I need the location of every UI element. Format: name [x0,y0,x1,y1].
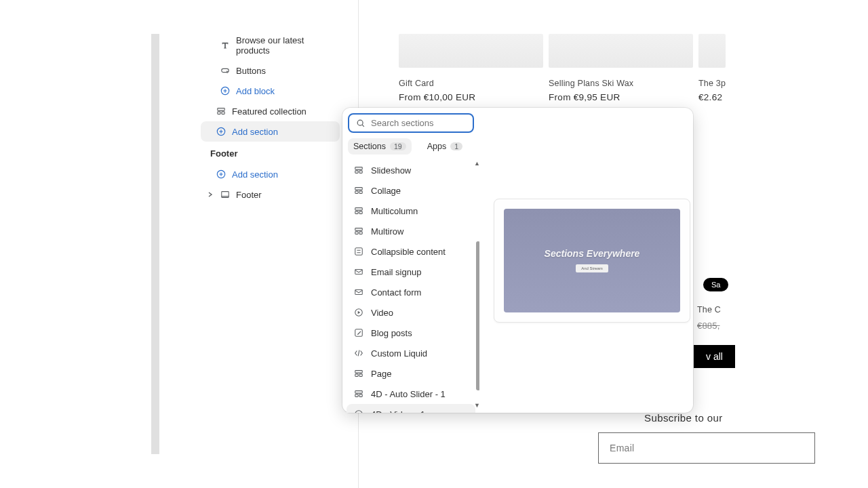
svg-rect-8 [222,196,229,198]
svg-rect-10 [355,167,363,170]
section-item[interactable]: Collage [347,180,475,201]
layout-icon [353,185,364,196]
product-image [399,34,543,68]
section-item[interactable]: Multicolumn [347,201,475,221]
product-image [698,34,726,68]
svg-rect-2 [218,108,225,111]
preview-card: Sections Everywhere And Stream [494,199,690,323]
section-item[interactable]: Page [347,363,475,384]
product-title: Gift Card [399,79,543,88]
editor-gutter [151,34,159,454]
svg-rect-29 [359,374,362,377]
preview-button: And Stream [576,264,608,272]
subscribe-heading: Subscribe to our [644,412,723,424]
svg-rect-19 [355,228,363,231]
sidebar-item-browse[interactable]: Browse our latest products [201,30,340,60]
plus-circle-icon [220,85,231,96]
sidebar-label: Add block [236,86,275,96]
svg-rect-28 [355,374,358,377]
play-icon [353,307,364,318]
sidebar-add-section[interactable]: Add section [201,121,340,142]
text-icon [220,40,231,51]
layout-icon [353,205,364,216]
section-item[interactable]: Blog posts [347,323,475,343]
svg-rect-23 [355,270,363,274]
section-item-label: Collage [371,186,401,196]
section-item[interactable]: Video [347,302,475,323]
svg-rect-11 [355,171,358,174]
section-item-label: Page [371,369,391,379]
preview-thumbnail: Sections Everywhere And Stream [504,209,680,312]
layout-icon [353,226,364,237]
sidebar-item-buttons[interactable]: Buttons [201,60,340,81]
svg-rect-20 [355,232,358,235]
section-item[interactable]: Multirow [347,221,475,241]
tab-count: 19 [390,142,406,150]
section-item-label: 4D - Video - 1 [371,409,425,413]
section-item[interactable]: Email signup [347,262,475,282]
mail-icon [353,287,364,298]
scrollbar-thumb[interactable] [476,241,479,390]
tab-apps[interactable]: Apps 1 [416,138,474,155]
svg-rect-13 [355,188,363,190]
svg-rect-21 [359,232,362,235]
product-card[interactable]: Gift Card From €10,00 EUR [399,34,543,102]
section-item[interactable]: 4D - Video - 1 [347,404,475,413]
svg-rect-4 [222,112,224,115]
section-item-label: Slideshow [371,165,411,176]
add-section-popup: Sections 19 Apps 1 ▲ SlideshowCollageMul… [342,108,693,413]
svg-rect-17 [355,211,358,214]
scroll-down-icon[interactable]: ▼ [474,402,479,409]
section-item[interactable]: Collapsible content [347,241,475,262]
svg-rect-22 [355,248,363,256]
section-item[interactable]: Slideshow [347,160,475,180]
product-price: €2.62 [698,92,726,102]
section-item-label: Contact form [371,287,421,298]
sidebar-item-featured-collection[interactable]: Featured collection [201,101,340,121]
sidebar-label: Browse our latest products [236,35,332,56]
search-input[interactable] [371,118,485,128]
layout-icon [353,388,364,399]
sidebar-footer-heading: Footer [201,142,340,164]
sidebar-add-block[interactable]: Add block [201,81,340,101]
popup-tabs: Sections 19 Apps 1 [342,138,479,160]
svg-point-9 [357,120,363,125]
svg-rect-27 [355,371,363,373]
footer-icon [220,189,231,200]
search-box[interactable] [348,113,474,133]
section-item-label: Collapsible content [371,247,446,257]
product-card[interactable]: The 3p €2.62 [698,34,726,102]
tab-sections[interactable]: Sections 19 [348,138,412,155]
sidebar-item-footer[interactable]: Footer [201,184,340,205]
preview-title: Sections Everywhere [545,248,640,259]
svg-rect-15 [359,191,362,194]
email-input[interactable]: Email [598,432,815,464]
product-price: From €10,00 EUR [399,92,543,102]
section-item[interactable]: Contact form [347,282,475,302]
mail-icon [353,266,364,277]
sidebar-label: Add section [232,127,278,137]
svg-rect-3 [218,112,220,115]
sale-badge: Sa [703,278,728,291]
section-item-label: 4D - Auto Slider - 1 [371,389,446,399]
scroll-up-icon[interactable]: ▲ [474,160,479,167]
section-item-label: Custom Liquid [371,348,427,359]
svg-rect-16 [355,208,363,211]
section-item[interactable]: 4D - Auto Slider - 1 [347,384,475,404]
sidebar-footer-add-section[interactable]: Add section [201,164,340,184]
product-card[interactable]: Selling Plans Ski Wax From €9,95 EUR [549,34,693,102]
scrollbar[interactable] [476,241,479,413]
section-item[interactable]: Custom Liquid [347,343,475,363]
product-card-row: Gift Card From €10,00 EUR Selling Plans … [399,34,726,102]
svg-rect-24 [355,290,363,295]
code-icon [353,348,364,359]
tab-label: Sections [353,142,386,151]
layout-icon [353,368,364,379]
play-icon [353,409,364,413]
svg-rect-18 [359,211,362,214]
chevron-right-icon [205,189,216,200]
tab-count: 1 [450,142,462,150]
section-item-label: Video [371,308,393,318]
product-title: Selling Plans Ski Wax [549,79,693,88]
section-item-label: Blog posts [371,328,412,338]
